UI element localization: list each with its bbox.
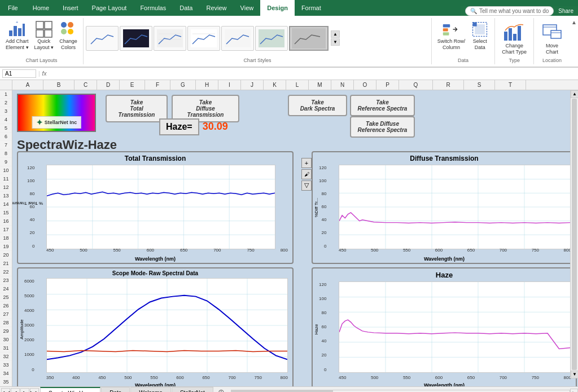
row-22[interactable]: 22: [0, 268, 12, 276]
sheet-tab-welcome[interactable]: Welcome: [130, 387, 171, 392]
row-3[interactable]: 3: [0, 107, 12, 116]
row-34[interactable]: 34: [0, 369, 12, 378]
chart-style-5[interactable]: [221, 26, 254, 51]
change-colors-button[interactable]: ChangeColors: [57, 19, 80, 52]
row-21[interactable]: 21: [0, 259, 12, 268]
col-F[interactable]: F: [145, 80, 170, 90]
tab-formulas[interactable]: Formulas: [133, 0, 173, 16]
take-total-button[interactable]: TakeTotal Transmission: [106, 95, 168, 122]
row-12[interactable]: 12: [0, 183, 12, 192]
col-C[interactable]: C: [75, 80, 97, 90]
chart-style-6[interactable]: [255, 26, 288, 51]
row-29[interactable]: 29: [0, 327, 12, 336]
tab-file[interactable]: File: [0, 0, 26, 16]
tab-data[interactable]: Data: [173, 0, 199, 16]
tab-review[interactable]: Review: [199, 0, 233, 16]
col-O[interactable]: O: [354, 80, 376, 90]
col-I[interactable]: I: [218, 80, 241, 90]
name-box[interactable]: [2, 69, 36, 78]
tab-page-layout[interactable]: Page Layout: [85, 0, 134, 16]
row-7[interactable]: 7: [0, 141, 12, 149]
row-26[interactable]: 26: [0, 302, 12, 310]
tab-design[interactable]: Design: [260, 0, 295, 16]
take-dark-btn-label[interactable]: TakeDark Spectra: [288, 95, 347, 116]
select-data-button[interactable]: SelectData: [468, 19, 491, 52]
sheet-nav-first[interactable]: ◄◄: [1, 388, 10, 392]
col-E[interactable]: E: [120, 80, 145, 90]
share-button[interactable]: Share: [558, 8, 573, 14]
tab-home[interactable]: Home: [26, 0, 56, 16]
row-23[interactable]: 23: [0, 276, 12, 285]
row-10[interactable]: 10: [0, 166, 12, 175]
col-J[interactable]: J: [241, 80, 264, 90]
sheet-nav-prev[interactable]: ◄: [11, 388, 20, 392]
row-19[interactable]: 19: [0, 243, 12, 251]
row-28[interactable]: 28: [0, 319, 12, 327]
sheet-nav-last[interactable]: ►►: [30, 388, 39, 392]
ribbon-collapse[interactable]: ▲: [570, 18, 578, 64]
col-N[interactable]: N: [331, 80, 354, 90]
sheet-tab-data[interactable]: Data: [101, 387, 130, 392]
col-K[interactable]: K: [264, 80, 286, 90]
row-13[interactable]: 13: [0, 192, 12, 200]
row-2[interactable]: 2: [0, 99, 12, 107]
row-20[interactable]: 20: [0, 251, 12, 259]
chart-filter-icon[interactable]: ▽: [301, 180, 312, 191]
row-11[interactable]: 11: [0, 175, 12, 183]
chart-style-selected[interactable]: [289, 26, 329, 51]
take-dark-button[interactable]: TakeDark Spectra: [288, 95, 347, 116]
row-6[interactable]: 6: [0, 133, 12, 141]
row-18[interactable]: 18: [0, 234, 12, 243]
col-H[interactable]: H: [196, 80, 218, 90]
col-P[interactable]: P: [376, 80, 399, 90]
row-30[interactable]: 30: [0, 336, 12, 344]
row-15[interactable]: 15: [0, 209, 12, 217]
row-5[interactable]: 5: [0, 124, 12, 133]
quick-layout-button[interactable]: QuickLayout ▾: [32, 19, 56, 52]
chart-style-3[interactable]: [154, 26, 186, 51]
row-14[interactable]: 14: [0, 200, 12, 209]
row-31[interactable]: 31: [0, 344, 12, 353]
col-D[interactable]: D: [97, 80, 120, 90]
row-8[interactable]: 8: [0, 149, 12, 158]
col-M[interactable]: M: [309, 80, 331, 90]
add-chart-element-button[interactable]: + Add ChartElement ▾: [3, 19, 31, 52]
chart-style-2[interactable]: [120, 26, 152, 51]
formula-input[interactable]: [49, 70, 576, 77]
chart-brush-icon[interactable]: 🖌: [301, 169, 312, 179]
tab-insert[interactable]: Insert: [56, 0, 85, 16]
col-G[interactable]: G: [170, 80, 196, 90]
col-A[interactable]: A: [12, 80, 43, 90]
col-L[interactable]: L: [286, 80, 309, 90]
row-16[interactable]: 16: [0, 217, 12, 226]
take-diffuse-ref-button[interactable]: Take DiffuseReference Spectra: [350, 116, 415, 138]
col-B[interactable]: B: [43, 80, 75, 90]
sheet-tab-stellarnet[interactable]: StellarNet: [172, 387, 213, 392]
col-R[interactable]: R: [433, 80, 464, 90]
chart-styles-scroll-down[interactable]: ▼: [331, 38, 340, 46]
row-9[interactable]: 9: [0, 158, 12, 166]
row-35[interactable]: 35: [0, 378, 12, 386]
tell-me-input[interactable]: 🔍 Tell me what you want to do: [465, 6, 554, 16]
take-total-btn-label[interactable]: TakeTotal Transmission: [106, 95, 168, 122]
row-1[interactable]: 1: [0, 90, 12, 99]
add-sheet-button[interactable]: ⊕: [216, 387, 226, 392]
tab-format[interactable]: Format: [295, 0, 328, 16]
scroll-right-arrow[interactable]: ►: [570, 389, 578, 392]
row-25[interactable]: 25: [0, 293, 12, 302]
take-reference-button[interactable]: TakeReference Spectra: [350, 95, 415, 116]
sheet-nav-next[interactable]: ►: [20, 388, 29, 392]
sheet-tab-spectrawiz[interactable]: SpectraWiz Haze: [40, 387, 100, 392]
scroll-up-arrow[interactable]: ▲: [571, 90, 578, 98]
row-33[interactable]: 33: [0, 361, 12, 369]
col-T[interactable]: T: [495, 80, 526, 90]
col-S[interactable]: S: [464, 80, 495, 90]
switch-row-column-button[interactable]: Switch Row/Column: [435, 19, 468, 52]
scroll-down-arrow[interactable]: ▼: [571, 371, 578, 378]
change-chart-type-button[interactable]: ChangeChart Type: [498, 19, 530, 56]
row-32[interactable]: 32: [0, 353, 12, 361]
take-reference-btn-label[interactable]: TakeReference Spectra: [350, 95, 415, 116]
chart-style-1[interactable]: [86, 26, 119, 51]
move-chart-button[interactable]: MoveChart: [537, 19, 567, 56]
row-4[interactable]: 4: [0, 116, 12, 124]
